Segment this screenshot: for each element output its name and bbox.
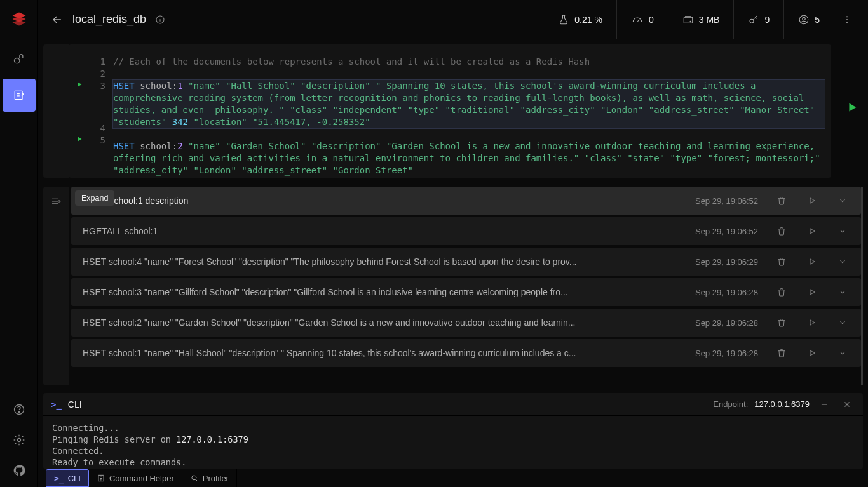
- metric-cpu: 0.21 %: [544, 0, 616, 39]
- tab-cli[interactable]: >_ CLI: [46, 469, 89, 487]
- editor-left-gutter: [43, 44, 69, 178]
- run-line-icon[interactable]: [69, 80, 90, 123]
- cli-endpoint-label: Endpoint:: [713, 399, 748, 409]
- history-row[interactable]: HGETALL school:1Sep 29, 19:06:52: [71, 217, 861, 245]
- history-time: Sep 29, 19:06:52: [695, 196, 758, 206]
- svg-point-0: [14, 58, 19, 63]
- svg-point-11: [846, 16, 847, 17]
- document-icon: [97, 474, 105, 483]
- history-row[interactable]: HSET school:3 "name" "Gillford School" "…: [71, 278, 861, 306]
- cli-minimize-icon[interactable]: [816, 400, 832, 409]
- bottom-tabs: >_ CLI Command Helper Profiler: [43, 469, 863, 487]
- history-time: Sep 29, 19:06:28: [695, 318, 758, 328]
- svg-point-15: [192, 476, 196, 480]
- back-arrow-icon[interactable]: [51, 13, 64, 26]
- flask-icon: [558, 14, 569, 25]
- cli-output[interactable]: Connecting...Pinging Redis server on 127…: [43, 416, 863, 469]
- key-icon: [748, 14, 759, 25]
- history-time: Sep 29, 19:06:28: [695, 288, 758, 297]
- history-time: Sep 29, 19:06:28: [695, 349, 758, 358]
- user-icon: [798, 14, 810, 25]
- rerun-icon[interactable]: [800, 288, 824, 297]
- svg-point-4: [17, 439, 20, 442]
- chevron-down-icon[interactable]: [831, 196, 855, 205]
- svg-point-12: [846, 18, 847, 20]
- chevron-down-icon[interactable]: [831, 318, 855, 327]
- expand-history-icon[interactable]: [50, 196, 62, 207]
- cli-endpoint-value: 127.0.0.1:6379: [754, 399, 810, 409]
- metric-memory: 3 MB: [668, 0, 734, 39]
- overflow-menu-icon[interactable]: [834, 0, 859, 39]
- disk-icon: [682, 14, 694, 25]
- rerun-icon[interactable]: [800, 227, 824, 236]
- rail-help[interactable]: [3, 396, 36, 424]
- rerun-icon[interactable]: [800, 257, 824, 266]
- chevron-down-icon[interactable]: [831, 257, 855, 266]
- splitter-editor-history[interactable]: [43, 178, 863, 187]
- run-all-button[interactable]: [845, 100, 859, 114]
- svg-point-10: [803, 17, 806, 20]
- expand-tooltip: Expand: [75, 190, 114, 206]
- info-icon[interactable]: [155, 15, 165, 25]
- metric-commands: 0: [616, 0, 668, 39]
- delete-icon[interactable]: [770, 257, 794, 267]
- cli-prompt-icon: >_: [54, 474, 64, 483]
- svg-point-8: [750, 19, 754, 23]
- metric-clients: 5: [783, 0, 834, 39]
- cli-panel: >_ CLI Endpoint: 127.0.0.1:6379 Connecti…: [43, 393, 863, 469]
- run-line-icon[interactable]: [69, 135, 90, 166]
- history-command: HSET school:1 "name" "Hall School" "desc…: [83, 348, 689, 358]
- rerun-icon[interactable]: [800, 318, 824, 327]
- rail-browser[interactable]: [3, 43, 36, 76]
- gauge-icon: [631, 14, 644, 25]
- svg-point-13: [846, 22, 847, 23]
- cli-title: CLI: [68, 399, 82, 410]
- line-number: 1: [90, 56, 113, 68]
- svg-point-7: [690, 21, 691, 22]
- history-row[interactable]: HSET school:4 "name" "Forest School" "de…: [71, 248, 861, 276]
- delete-icon[interactable]: [770, 317, 794, 328]
- rerun-icon[interactable]: [800, 196, 824, 205]
- left-rail: [0, 0, 38, 487]
- history-panel: Expand HGET school:1 descriptionSep 29, …: [43, 187, 863, 385]
- chevron-down-icon[interactable]: [831, 349, 855, 357]
- metric-keys: 9: [733, 0, 783, 39]
- database-name: local_redis_db: [72, 13, 146, 26]
- search-icon: [190, 474, 199, 483]
- history-command: HSET school:4 "name" "Forest School" "de…: [83, 257, 689, 267]
- history-command: HSET school:2 "name" "Garden School" "de…: [83, 317, 689, 328]
- history-time: Sep 29, 19:06:29: [695, 257, 758, 267]
- code-editor[interactable]: // Each of the documents below represent…: [113, 44, 831, 178]
- redis-logo: [6, 6, 32, 32]
- history-row[interactable]: HSET school:1 "name" "Hall School" "desc…: [71, 339, 861, 367]
- rerun-icon[interactable]: [800, 349, 824, 357]
- history-command: HSET school:3 "name" "Gillford School" "…: [83, 287, 689, 297]
- delete-icon[interactable]: [770, 196, 794, 206]
- history-command: HGET school:1 description: [83, 196, 689, 206]
- metrics-bar: 0.21 % 0 3 MB 9 5: [544, 0, 859, 39]
- main-area: local_redis_db 0.21 % 0 3 MB: [38, 0, 868, 487]
- svg-rect-1: [15, 91, 22, 99]
- line-number: 3: [90, 80, 113, 123]
- svg-rect-6: [684, 17, 693, 23]
- chevron-down-icon[interactable]: [831, 227, 855, 236]
- delete-icon[interactable]: [770, 348, 794, 358]
- rail-github[interactable]: [3, 457, 36, 484]
- tab-command-helper[interactable]: Command Helper: [89, 469, 182, 487]
- tab-profiler[interactable]: Profiler: [182, 469, 237, 487]
- cli-prompt-icon: >_: [51, 399, 62, 410]
- delete-icon[interactable]: [770, 226, 794, 236]
- rail-settings[interactable]: [3, 426, 36, 454]
- splitter-history-cli[interactable]: [43, 385, 863, 393]
- chevron-down-icon[interactable]: [831, 288, 855, 297]
- top-bar: local_redis_db 0.21 % 0 3 MB: [38, 0, 868, 39]
- editor-panel: 12345 // Each of the documents below rep…: [43, 44, 863, 178]
- svg-point-3: [18, 412, 19, 413]
- history-command: HGETALL school:1: [83, 226, 689, 236]
- history-row[interactable]: HSET school:2 "name" "Garden School" "de…: [71, 309, 861, 337]
- history-row[interactable]: HGET school:1 descriptionSep 29, 19:06:5…: [71, 187, 861, 215]
- rail-workbench[interactable]: [3, 79, 36, 112]
- delete-icon[interactable]: [770, 287, 794, 297]
- cli-close-icon[interactable]: [839, 400, 855, 409]
- history-time: Sep 29, 19:06:52: [695, 227, 758, 236]
